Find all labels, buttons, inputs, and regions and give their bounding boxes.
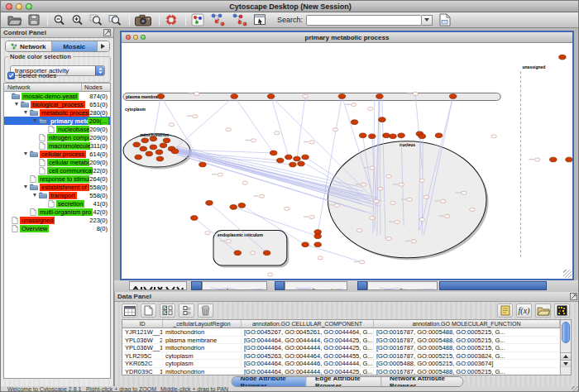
network-frame-title-bar[interactable]: primary metabolic process <box>122 32 572 43</box>
network-node-selected[interactable] <box>302 242 309 247</box>
scroll-down-button[interactable] <box>561 360 571 367</box>
search-dropdown-button[interactable] <box>422 15 433 26</box>
network-node[interactable] <box>390 201 395 204</box>
network-node-selected[interactable] <box>550 157 557 162</box>
tree-item-metabolic-process[interactable]: metabolic process280(0) <box>4 108 110 117</box>
network-node[interactable] <box>242 181 247 184</box>
save-icon[interactable] <box>28 13 40 27</box>
unselect-attributes-icon[interactable] <box>179 304 194 318</box>
network-node-selected[interactable] <box>157 94 164 99</box>
float-panel-icon[interactable] <box>103 29 111 36</box>
network-node-selected[interactable] <box>206 201 213 206</box>
network-node-selected[interactable] <box>390 134 396 139</box>
region-label-cytoplasm[interactable]: cytoplasm <box>125 107 146 112</box>
network-node[interactable] <box>303 94 308 98</box>
tree-expand-arrow-icon[interactable] <box>33 117 39 125</box>
tree-item-transport[interactable]: transport558(0) <box>4 191 110 199</box>
network-node[interactable] <box>205 232 210 235</box>
network-node[interactable] <box>318 256 323 260</box>
tree-item-biological-process[interactable]: biological_process651(0) <box>4 100 110 108</box>
network-node[interactable] <box>309 215 314 218</box>
region-plasma-membrane[interactable] <box>123 93 500 100</box>
network-node-selected[interactable] <box>230 205 237 210</box>
network-node[interactable] <box>440 199 445 203</box>
network-node[interactable] <box>368 108 373 111</box>
network-node-selected[interactable] <box>449 94 456 99</box>
create-network-from-selection-icon[interactable] <box>210 13 226 27</box>
network-node-selected[interactable] <box>238 203 245 208</box>
network-node-selected[interactable] <box>359 133 366 138</box>
network-view-frame[interactable]: primary metabolic process plasma membran… <box>120 31 574 280</box>
search-config-icon[interactable] <box>439 13 451 27</box>
network-node-selected[interactable] <box>298 161 304 166</box>
new-attribute-icon[interactable] <box>141 304 156 318</box>
scroll-up-button[interactable] <box>561 352 571 360</box>
select-nodes-checkbox[interactable] <box>7 72 15 79</box>
network-node-selected[interactable] <box>277 158 284 163</box>
delete-attribute-icon[interactable] <box>198 304 213 318</box>
network-node[interactable] <box>419 179 424 182</box>
network-node[interactable] <box>423 195 428 198</box>
tree-item-nitrogen-compo[interactable]: nitrogen compo209(0) <box>4 133 110 141</box>
network-node[interactable] <box>334 203 339 207</box>
zoom-fit-icon[interactable] <box>108 13 122 27</box>
new-network-from-selected-icon[interactable] <box>232 13 247 27</box>
float-panel-icon[interactable] <box>570 293 577 300</box>
tree-column-nodes[interactable]: Nodes <box>82 84 110 91</box>
network-node-selected[interactable] <box>376 94 383 99</box>
tree-item-cellular-process[interactable]: cellular process614(0) <box>4 150 110 158</box>
network-node[interactable] <box>378 187 383 190</box>
function-builder-icon[interactable]: f(x) <box>516 304 532 318</box>
table-row[interactable]: YKR052Ccytoplasm[GO:0044464, GO:0044446,… <box>122 360 560 368</box>
network-node[interactable] <box>267 273 272 276</box>
network-node-selected[interactable] <box>270 151 276 155</box>
frame-resize-grip[interactable] <box>563 270 572 278</box>
network-node[interactable] <box>361 183 366 186</box>
window-select-icon[interactable] <box>253 13 266 27</box>
network-node[interactable] <box>374 199 379 203</box>
snapshot-camera-icon[interactable] <box>135 13 151 27</box>
network-node-selected[interactable] <box>351 120 357 125</box>
network-node-selected[interactable] <box>338 94 345 99</box>
network-node-selected[interactable] <box>140 146 146 151</box>
tree-expand-arrow-icon[interactable] <box>24 108 30 117</box>
select-attributes-icon[interactable] <box>160 304 175 318</box>
network-canvas[interactable]: plasma membranecytoplasmmitochondrionnuc… <box>122 43 572 279</box>
tree-item-macromolecule[interactable]: macromolecule311(0) <box>4 141 110 150</box>
network-node[interactable] <box>259 194 264 198</box>
column-header[interactable]: _cellularLayoutRegion <box>163 320 242 327</box>
import-attributes-icon[interactable] <box>535 304 551 318</box>
network-node[interactable] <box>444 214 449 218</box>
notes-icon[interactable] <box>497 304 513 318</box>
table-row[interactable]: YPL036W__2plasma membrane[GO:0044464, GO… <box>122 337 560 345</box>
network-node[interactable] <box>226 128 231 131</box>
zoom-selected-region-icon[interactable] <box>89 13 103 27</box>
tree-expand-arrow-icon[interactable] <box>15 100 21 108</box>
network-node-selected[interactable] <box>263 251 270 256</box>
network-node[interactable] <box>370 166 375 170</box>
network-node-selected[interactable] <box>398 133 404 138</box>
tree-item-establishment-of-lo[interactable]: establishment of lo558(0) <box>4 183 110 191</box>
network-node[interactable] <box>534 158 539 161</box>
tree-expand-arrow-icon[interactable] <box>24 150 30 158</box>
attribute-table-grid[interactable]: ID_cellularLayoutRegionannotation.GO CEL… <box>122 320 560 375</box>
network-node-selected[interactable] <box>383 133 390 138</box>
network-edge[interactable] <box>234 96 273 152</box>
help-lifesaver-icon[interactable] <box>165 13 178 27</box>
search-input[interactable] <box>306 15 422 26</box>
network-graph[interactable]: plasma membranecytoplasmmitochondrionnuc… <box>122 43 572 279</box>
network-node-selected[interactable] <box>135 155 141 160</box>
network-node[interactable] <box>309 141 314 144</box>
tree-item-primary-metabo[interactable]: primary metabo209(... <box>4 117 110 125</box>
table-row[interactable]: YJR121W__1mitochondrion[GO:0045267, GO:0… <box>122 328 560 337</box>
network-node-selected[interactable] <box>199 162 206 167</box>
network-node[interactable] <box>386 174 391 178</box>
network-node[interactable] <box>226 240 231 243</box>
attribute-table-icon[interactable] <box>122 304 137 318</box>
network-node[interactable] <box>169 123 174 127</box>
tree-item-secretion[interactable]: secretion41(0) <box>4 199 110 208</box>
network-node[interactable] <box>274 131 279 135</box>
network-node[interactable] <box>411 240 416 243</box>
network-node-selected[interactable] <box>150 145 156 150</box>
minimized-network-window[interactable] <box>202 281 267 290</box>
